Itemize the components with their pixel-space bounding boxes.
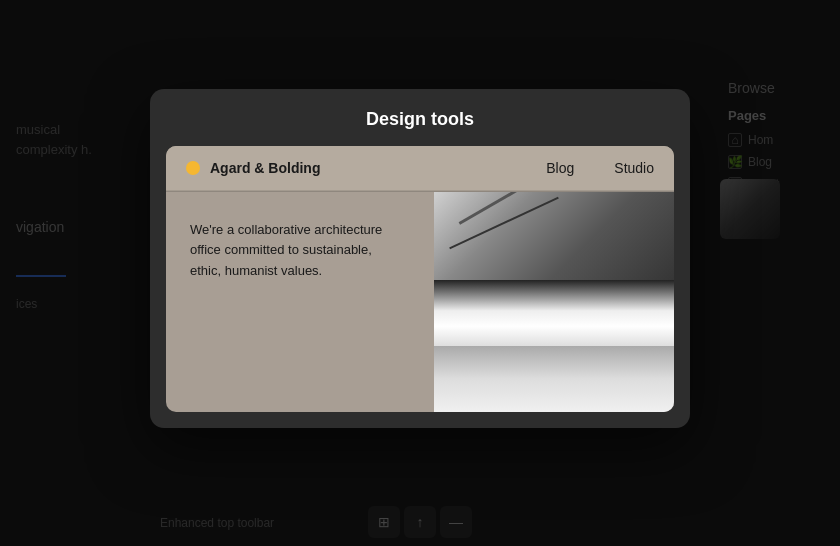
nav-link-studio[interactable]: Studio (614, 160, 654, 176)
image-layer-1 (434, 192, 674, 291)
site-logo-text: Agard & Bolding (210, 160, 546, 176)
image-layer-3 (434, 346, 674, 412)
site-description: We're a collaborative architecture offic… (190, 220, 390, 282)
design-tools-modal: Design tools Agard & Bolding Blog Studio… (150, 89, 690, 428)
logo-dot (186, 161, 200, 175)
site-nav: Agard & Bolding Blog Studio (166, 146, 674, 191)
site-content: We're a collaborative architecture offic… (166, 192, 674, 412)
modal-header: Design tools (150, 89, 690, 146)
website-preview-card: Agard & Bolding Blog Studio We're a coll… (166, 146, 674, 412)
site-nav-links: Blog Studio (546, 160, 654, 176)
site-image-area (434, 192, 674, 412)
modal-backdrop: Design tools Agard & Bolding Blog Studio… (0, 0, 840, 546)
site-text-area: We're a collaborative architecture offic… (166, 192, 434, 412)
nav-link-blog[interactable]: Blog (546, 160, 574, 176)
site-image-canvas (434, 192, 674, 412)
modal-title: Design tools (174, 109, 666, 130)
